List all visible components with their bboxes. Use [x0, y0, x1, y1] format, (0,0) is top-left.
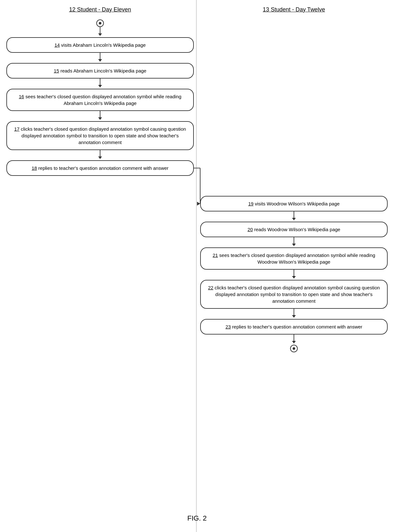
column-divider — [196, 0, 197, 532]
left-title-num: 12 — [69, 6, 75, 13]
node-16-num: 16 — [19, 94, 24, 99]
node-20-num: 20 — [248, 227, 253, 232]
arrow-19-20 — [292, 211, 296, 222]
right-title-text: Student - Day Twelve — [271, 6, 325, 13]
node-19-num: 19 — [248, 201, 254, 206]
node-19-text: visits Woodrow Wilson's Wikipedia page — [254, 201, 340, 206]
arrow-22-23 — [292, 309, 296, 319]
right-column-title: 13 Student - Day Twelve — [200, 6, 388, 13]
node-22-num: 22 — [208, 285, 214, 290]
node-14: 14 visits Abraham Lincoln's Wikipedia pa… — [6, 37, 194, 53]
svg-marker-17 — [292, 315, 296, 318]
arrow-16-17 — [98, 111, 102, 121]
node-18-text: replies to teacher's question annotation… — [37, 165, 168, 171]
svg-marker-3 — [98, 59, 102, 62]
end-dot-right — [293, 347, 295, 350]
right-spacer — [200, 19, 388, 196]
right-column: 13 Student - Day Twelve 19 visits Woodro… — [200, 6, 388, 352]
node-18: 18 replies to teacher's question annotat… — [6, 160, 194, 176]
node-15: 15 reads Abraham Lincoln's Wikipedia pag… — [6, 63, 194, 79]
node-17-num: 17 — [14, 126, 20, 132]
node-14-text: visits Abraham Lincoln's Wikipedia page — [60, 42, 146, 48]
arrow-17-18 — [98, 150, 102, 160]
arrow-21-22 — [292, 270, 296, 280]
fig-label: FIG. 2 — [187, 514, 207, 522]
svg-marker-19 — [292, 341, 296, 343]
left-column-title: 12 Student - Day Eleven — [6, 6, 194, 13]
node-17: 17 clicks teacher's closed question disp… — [6, 121, 194, 150]
diagram-container: 12 Student - Day Eleven 14 visits Abraha… — [0, 0, 394, 532]
svg-marker-5 — [98, 85, 102, 87]
node-18-num: 18 — [32, 165, 37, 171]
left-title-text: Student - Day Eleven — [77, 6, 131, 13]
arrow-15-16 — [98, 79, 102, 89]
start-dot-left — [99, 22, 101, 24]
node-16-text: sees teacher's closed question displayed… — [24, 94, 181, 106]
arrow-to-end — [292, 335, 296, 345]
node-15-text: reads Abraham Lincoln's Wikipedia page — [59, 68, 146, 73]
node-22: 22 clicks teacher's closed question disp… — [200, 280, 388, 309]
svg-marker-15 — [292, 276, 296, 279]
node-14-num: 14 — [54, 42, 60, 48]
svg-marker-7 — [98, 117, 102, 120]
node-17-text: clicks teacher's closed question display… — [19, 126, 186, 145]
node-16: 16 sees teacher's closed question displa… — [6, 89, 194, 111]
start-circle-left — [96, 19, 104, 27]
node-20: 20 reads Woodrow Wilson's Wikipedia page — [200, 222, 388, 237]
arrow-14-15 — [98, 53, 102, 63]
node-20-text: reads Woodrow Wilson's Wikipedia page — [253, 227, 340, 232]
node-23-num: 23 — [226, 324, 231, 329]
left-column: 12 Student - Day Eleven 14 visits Abraha… — [6, 6, 194, 176]
arrow-20-21 — [292, 237, 296, 247]
right-title-num: 13 — [263, 6, 269, 13]
svg-marker-9 — [98, 156, 102, 159]
node-23: 23 replies to teacher's question annotat… — [200, 319, 388, 335]
svg-marker-11 — [292, 218, 296, 220]
node-15-num: 15 — [54, 68, 59, 73]
node-19: 19 visits Woodrow Wilson's Wikipedia pag… — [200, 196, 388, 211]
node-22-text: clicks teacher's closed question display… — [213, 285, 380, 304]
node-21-num: 21 — [213, 252, 218, 258]
arrow-to-14 — [98, 27, 102, 37]
node-21-text: sees teacher's closed question displayed… — [218, 252, 375, 265]
svg-marker-13 — [292, 244, 296, 246]
svg-marker-1 — [98, 33, 102, 36]
node-23-text: replies to teacher's question annotation… — [231, 324, 362, 329]
end-circle-right — [290, 345, 298, 352]
node-21: 21 sees teacher's closed question displa… — [200, 247, 388, 270]
svg-marker-23 — [197, 202, 200, 206]
